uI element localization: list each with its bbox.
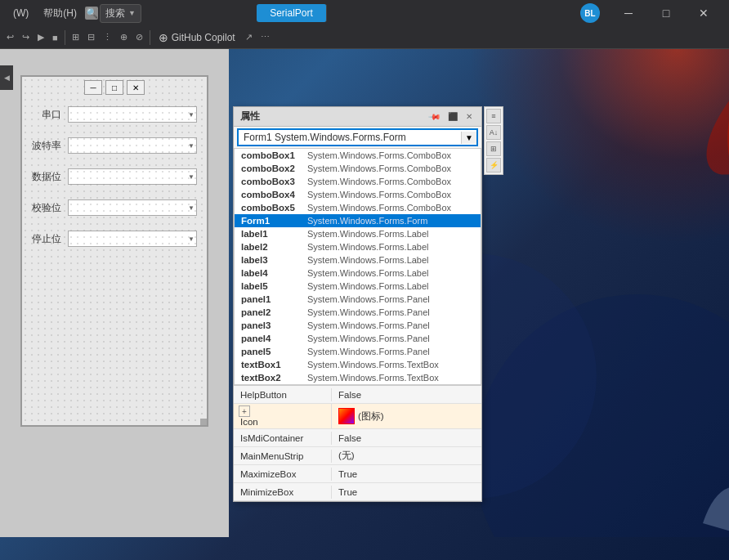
active-tab[interactable]: SerialPort xyxy=(257,4,327,22)
dropdown-item-type: System.Windows.Forms.Label xyxy=(307,281,429,291)
prop-header: 属性 📌 ⬛ ✕ xyxy=(234,107,481,127)
github-copilot-label: GitHub Copilot xyxy=(172,32,235,43)
dropdown-item-combobox2[interactable]: comboBox2System.Windows.Forms.ComboBox xyxy=(235,162,481,175)
prop-row-name: +Icon xyxy=(234,404,332,428)
dropdown-item-name: panel1 xyxy=(241,294,302,304)
toolbar-btn-4[interactable]: ■ xyxy=(49,31,61,44)
toolbar-btn-1[interactable]: ↩ xyxy=(3,30,17,44)
dropdown-item-form1[interactable]: Form1System.Windows.Forms.Form xyxy=(235,214,481,227)
prop-row-minimizebox: MinimizeBoxTrue xyxy=(234,483,481,501)
dropdown-item-label4[interactable]: label4System.Windows.Forms.Label xyxy=(235,267,481,280)
title-bar: (W) 帮助(H) 🔍 搜索 ▼ SerialPort BL ─ □ ✕ xyxy=(0,0,729,26)
prop-view-btn[interactable]: ⊞ xyxy=(486,141,501,156)
form-designer: ◀ ─ □ ✕ 串口 ▼ xyxy=(0,49,229,537)
prop-row-name: MainMenuStrip xyxy=(234,450,332,463)
prop-row-value: True xyxy=(332,468,481,481)
dropdown-item-panel1[interactable]: panel1System.Windows.Forms.Panel xyxy=(235,293,481,306)
dropdown-item-type: System.Windows.Forms.Panel xyxy=(307,320,430,330)
minimize-button[interactable]: ─ xyxy=(610,0,647,26)
dropdown-item-label3[interactable]: label3System.Windows.Forms.Label xyxy=(235,253,481,267)
toolbar-share-btn[interactable]: ↗ xyxy=(242,30,256,44)
avatar: BL xyxy=(580,3,600,23)
toolbar-more-btn[interactable]: ⋯ xyxy=(257,30,273,44)
dropdown-item-type: System.Windows.Forms.TextBox xyxy=(307,360,439,370)
prop-side-toolbar: ≡ A↓ ⊞ ⚡ xyxy=(484,106,503,175)
resize-handle[interactable] xyxy=(200,419,207,425)
designer-close-btn[interactable]: ✕ xyxy=(127,80,145,95)
dropdown-item-name: comboBox5 xyxy=(241,203,302,213)
prop-selector[interactable]: Form1 System.Windows.Forms.Form ▼ xyxy=(237,128,478,146)
search-icon: 🔍 xyxy=(85,7,98,20)
prop-row-value: True xyxy=(332,486,481,499)
search-label: 搜索 xyxy=(105,7,125,20)
search-box[interactable]: 搜索 ▼ xyxy=(100,4,141,23)
sort-alpha-btn[interactable]: A↓ xyxy=(486,125,501,140)
dropdown-item-name: comboBox1 xyxy=(241,150,302,160)
designer-form: ─ □ ✕ 串口 ▼ 波特率 xyxy=(20,75,208,427)
menu-item-help[interactable]: 帮助(H) xyxy=(37,3,83,24)
dropdown-item-label5[interactable]: label5System.Windows.Forms.Label xyxy=(235,280,481,293)
prop-row-mainmenustrip: MainMenuStrip(无) xyxy=(234,447,481,465)
prop-selector-dropdown[interactable]: ▼ xyxy=(461,132,476,144)
toolbar-btn-6[interactable]: ⊟ xyxy=(84,30,98,44)
maximize-button[interactable]: □ xyxy=(647,0,685,26)
designer-min-btn[interactable]: ─ xyxy=(84,80,102,95)
dropdown-item-panel3[interactable]: panel3System.Windows.Forms.Panel xyxy=(235,319,481,332)
dropdown-item-panel4[interactable]: panel4System.Windows.Forms.Panel xyxy=(235,332,481,345)
dropdown-item-combobox3[interactable]: comboBox3System.Windows.Forms.ComboBox xyxy=(235,175,481,188)
dropdown-item-type: System.Windows.Forms.ComboBox xyxy=(307,190,451,199)
dropdown-item-textbox2[interactable]: textBox2System.Windows.Forms.TextBox xyxy=(235,371,481,384)
search-dropdown-icon[interactable]: ▼ xyxy=(128,9,136,17)
toolbar-btn-5[interactable]: ⊞ xyxy=(69,30,83,44)
event-view-btn[interactable]: ⚡ xyxy=(486,158,501,172)
prop-expand-btn[interactable]: + xyxy=(239,405,250,417)
dropdown-item-name: panel3 xyxy=(241,320,302,330)
menu-item-w[interactable]: (W) xyxy=(7,4,35,22)
prop-row-icon: +Icon(图标) xyxy=(234,404,481,429)
dropdown-item-type: System.Windows.Forms.Panel xyxy=(307,294,430,304)
dropdown-item-type: System.Windows.Forms.ComboBox xyxy=(307,164,451,173)
dropdown-item-type: System.Windows.Forms.Panel xyxy=(307,307,430,317)
github-copilot-btn[interactable]: ⊕ GitHub Copilot xyxy=(154,29,240,46)
prop-row-value: False xyxy=(332,388,481,401)
dropdown-item-name: label2 xyxy=(241,242,302,252)
prop-row-helpbutton: HelpButtonFalse xyxy=(234,386,481,404)
prop-row-maximizebox: MaximizeBoxTrue xyxy=(234,465,481,483)
left-panel-toggle[interactable]: ◀ xyxy=(0,65,13,90)
properties-panel: 属性 📌 ⬛ ✕ Form1 System.Windows.Forms.Form… xyxy=(233,106,482,502)
prop-row-value: False xyxy=(332,432,481,445)
dropdown-item-combobox5[interactable]: comboBox5System.Windows.Forms.ComboBox xyxy=(235,201,481,214)
dropdown-item-textbox1[interactable]: textBox1System.Windows.Forms.TextBox xyxy=(235,358,481,371)
dropdown-item-type: System.Windows.Forms.TextBox xyxy=(307,373,439,383)
prop-pin-btn-2[interactable]: ⬛ xyxy=(445,111,460,122)
toolbar-btn-7[interactable]: ⋮ xyxy=(100,30,115,44)
toolbar-btn-8[interactable]: ⊕ xyxy=(117,30,131,44)
prop-row-value: (图标) xyxy=(332,406,481,426)
dropdown-item-label2[interactable]: label2System.Windows.Forms.Label xyxy=(235,240,481,253)
toolbar-sep-2 xyxy=(150,30,150,45)
designer-max-btn[interactable]: □ xyxy=(105,80,123,95)
window-controls: ─ □ ✕ xyxy=(610,0,722,26)
sort-categ-btn[interactable]: ≡ xyxy=(486,109,501,123)
dropdown-item-combobox4[interactable]: comboBox4System.Windows.Forms.ComboBox xyxy=(235,188,481,201)
dropdown-item-combobox1[interactable]: comboBox1System.Windows.Forms.ComboBox xyxy=(235,149,481,162)
dropdown-item-type: System.Windows.Forms.Label xyxy=(307,255,429,265)
dropdown-item-type: System.Windows.Forms.ComboBox xyxy=(307,150,451,160)
prop-title: 属性 xyxy=(240,110,260,123)
prop-pin-btn[interactable]: 📌 xyxy=(426,108,444,126)
dropdown-item-panel5[interactable]: panel5System.Windows.Forms.Panel xyxy=(235,345,481,358)
toolbar-btn-3[interactable]: ▶ xyxy=(34,30,47,44)
dropdown-item-panel2[interactable]: panel2System.Windows.Forms.Panel xyxy=(235,306,481,319)
dropdown-item-label1[interactable]: label1System.Windows.Forms.Label xyxy=(235,227,481,240)
prop-row-name: MinimizeBox xyxy=(234,486,332,499)
prop-close-btn[interactable]: ✕ xyxy=(463,111,475,122)
dropdown-item-name: comboBox2 xyxy=(241,164,302,173)
toolbar-btn-9[interactable]: ⊘ xyxy=(132,30,146,44)
dropdown-item-type: System.Windows.Forms.Panel xyxy=(307,347,430,356)
close-button[interactable]: ✕ xyxy=(685,0,722,26)
dropdown-item-type: System.Windows.Forms.ComboBox xyxy=(307,203,451,213)
prop-row-ismdicontainer: IsMdiContainerFalse xyxy=(234,429,481,447)
dropdown-list[interactable]: comboBox1System.Windows.Forms.ComboBoxco… xyxy=(234,148,481,385)
toolbar-btn-2[interactable]: ↪ xyxy=(19,30,33,44)
dropdown-item-name: label5 xyxy=(241,281,302,291)
